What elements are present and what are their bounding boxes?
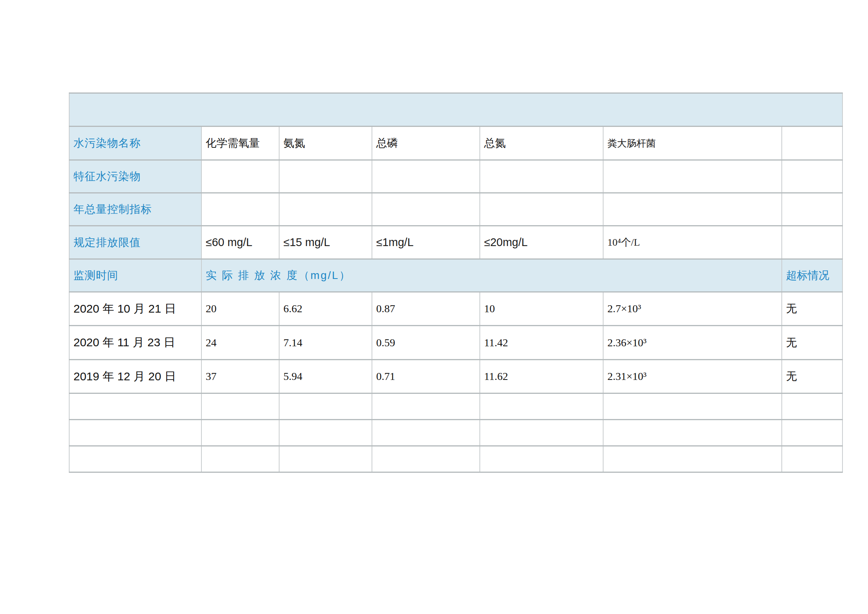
- table-cell: [372, 193, 480, 226]
- table-cell: [782, 226, 842, 259]
- cell-coliform: 2.31×10³: [603, 360, 782, 393]
- table-cell: [480, 160, 603, 193]
- monitoring-data-row: 2019 年 12 月 20 日 37 5.94 0.71 11.62 2.31…: [69, 360, 842, 393]
- table-cell: [201, 446, 279, 472]
- cell-nh3n: 6.62: [279, 292, 372, 326]
- exceed-status-header: 超标情况: [782, 259, 842, 292]
- cell-date: 2020 年 10 月 21 日: [69, 292, 201, 326]
- table-cell: [372, 393, 480, 420]
- table-cell: [201, 160, 279, 193]
- table-banner-row: [69, 93, 842, 127]
- empty-row: [69, 446, 842, 472]
- header-coliform: 粪大肠杆菌: [603, 127, 782, 160]
- table-cell: [279, 446, 372, 472]
- limit-cod: ≤60 mg/L: [201, 226, 279, 259]
- table-cell: [603, 393, 782, 420]
- table-cell: [782, 160, 842, 193]
- table-cell: [372, 160, 480, 193]
- limit-nh3n: ≤15 mg/L: [279, 226, 372, 259]
- table-cell: [480, 420, 603, 446]
- table-cell: [603, 160, 782, 193]
- cell-exceed: 无: [782, 326, 842, 360]
- row-label-limit: 规定排放限值: [69, 226, 201, 259]
- cell-tp: 0.71: [372, 360, 480, 393]
- cell-tp: 0.59: [372, 326, 480, 360]
- limit-tn: ≤20mg/L: [480, 226, 603, 259]
- monitoring-data-row: 2020 年 10 月 21 日 20 6.62 0.87 10 2.7×10³…: [69, 292, 842, 326]
- row-label-annual-total: 年总量控制指标: [69, 193, 201, 226]
- table-cell: [782, 446, 842, 472]
- limit-tp: ≤1mg/L: [372, 226, 480, 259]
- actual-concentration-header: 实 际 排 放 浓 度（mg/L）: [201, 259, 782, 292]
- table-cell: [201, 420, 279, 446]
- monitoring-header-row: 监测时间 实 际 排 放 浓 度（mg/L） 超标情况: [69, 259, 842, 292]
- cell-tn: 11.42: [480, 326, 603, 360]
- table-cell: [279, 193, 372, 226]
- table-cell: [69, 446, 201, 472]
- cell-tp: 0.87: [372, 292, 480, 326]
- cell-cod: 20: [201, 292, 279, 326]
- cell-nh3n: 7.14: [279, 326, 372, 360]
- table-cell: [69, 420, 201, 446]
- cell-exceed: 无: [782, 292, 842, 326]
- table-cell: [279, 420, 372, 446]
- header-nh3n: 氨氮: [279, 127, 372, 160]
- table-cell: [782, 420, 842, 446]
- cell-tn: 10: [480, 292, 603, 326]
- cell-date: 2019 年 12 月 20 日: [69, 360, 201, 393]
- table-cell: [603, 446, 782, 472]
- cell-date: 2020 年 11 月 23 日: [69, 326, 201, 360]
- row-label-monitoring-time: 监测时间: [69, 259, 201, 292]
- empty-row: [69, 393, 842, 420]
- document-page: 水污染物名称 化学需氧量 氨氮 总磷 总氮 粪大肠杆菌 特征水污染物 年总量控制…: [0, 0, 868, 614]
- limit-row: 规定排放限值 ≤60 mg/L ≤15 mg/L ≤1mg/L ≤20mg/L …: [69, 226, 842, 259]
- banner-cell: [69, 93, 842, 127]
- cell-exceed: 无: [782, 360, 842, 393]
- row-label-pollutant-name: 水污染物名称: [69, 127, 201, 160]
- table-cell: [782, 393, 842, 420]
- monitoring-data-row: 2020 年 11 月 23 日 24 7.14 0.59 11.42 2.36…: [69, 326, 842, 360]
- pollutant-name-row: 水污染物名称 化学需氧量 氨氮 总磷 总氮 粪大肠杆菌: [69, 127, 842, 160]
- table-cell: [480, 393, 603, 420]
- table-cell: [782, 193, 842, 226]
- table-cell: [603, 193, 782, 226]
- header-tn: 总氮: [480, 127, 603, 160]
- header-tp: 总磷: [372, 127, 480, 160]
- table-cell: [69, 393, 201, 420]
- annual-total-row: 年总量控制指标: [69, 193, 842, 226]
- header-empty: [782, 127, 842, 160]
- empty-row: [69, 420, 842, 446]
- table-cell: [279, 160, 372, 193]
- cell-coliform: 2.36×10³: [603, 326, 782, 360]
- cell-cod: 37: [201, 360, 279, 393]
- water-pollutant-monitoring-table: 水污染物名称 化学需氧量 氨氮 总磷 总氮 粪大肠杆菌 特征水污染物 年总量控制…: [69, 92, 843, 473]
- cell-tn: 11.62: [480, 360, 603, 393]
- table-cell: [480, 193, 603, 226]
- cell-cod: 24: [201, 326, 279, 360]
- limit-coliform: 10⁴个/L: [603, 226, 782, 259]
- row-label-characteristic: 特征水污染物: [69, 160, 201, 193]
- cell-nh3n: 5.94: [279, 360, 372, 393]
- header-cod: 化学需氧量: [201, 127, 279, 160]
- table-cell: [480, 446, 603, 472]
- table-cell: [201, 393, 279, 420]
- table-cell: [372, 420, 480, 446]
- table-cell: [603, 420, 782, 446]
- table-cell: [201, 193, 279, 226]
- cell-coliform: 2.7×10³: [603, 292, 782, 326]
- table-cell: [279, 393, 372, 420]
- table-cell: [372, 446, 480, 472]
- characteristic-row: 特征水污染物: [69, 160, 842, 193]
